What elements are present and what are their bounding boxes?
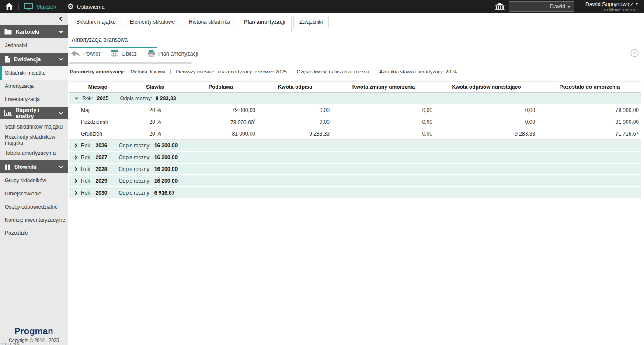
plan-amortyzacji-button-label: Plan amortyzacji: [158, 51, 198, 57]
tab-skladnik-majatku[interactable]: Składnik majątku: [70, 16, 122, 28]
tab-elementy-skladowe[interactable]: Elementy składowe: [124, 16, 181, 28]
document-icon: [4, 56, 10, 63]
cell-kwota-zmiany: 0,00: [332, 131, 435, 137]
sidebar-item-label: Jednostki: [5, 42, 27, 49]
rok-year: 2026: [96, 143, 108, 149]
toolbar-separator-bar: [69, 62, 192, 64]
odpis-roczny-value: 16 200,00: [154, 154, 178, 160]
year-group-row-2028[interactable]: Rok: 2028 Odpis roczny: 16 200,00: [69, 164, 641, 174]
printer-icon: [147, 50, 155, 57]
sidebar-item-grupy-skladnikow[interactable]: Grupy składników: [0, 174, 68, 187]
year-group-row-2026[interactable]: Rok: 2026 Odpis roczny: 16 200,00: [69, 140, 641, 151]
cell-kwota-narastajaco: 0,00: [435, 107, 538, 113]
user-menu[interactable]: Dawid Suprynowicz ▾ ID klienta: 1087017: [580, 1, 644, 12]
gear-icon: ⚙: [67, 3, 74, 10]
odpis-roczny-label: Odpis roczny:: [118, 154, 150, 160]
table-row-grudzien: Grudzień 20 % 81 000,00 9 283,33 0,00 9 …: [69, 128, 641, 140]
odpis-roczny-label: Odpis roczny:: [120, 95, 152, 101]
user-client-id: ID klienta: 1087017: [604, 8, 638, 12]
tab-plan-amortyzacji[interactable]: Plan amortyzacji: [238, 16, 292, 32]
back-arrow-icon: [71, 51, 80, 57]
sidebar-footer: Progman Copyright © 2014 - 2025 1.10.1.2…: [0, 326, 68, 345]
sidebar-item-label: Osoby odpowiedzialne: [5, 204, 58, 210]
rok-label: Rok:: [81, 190, 92, 196]
sidebar-item-komisje-inwentaryzacyjne[interactable]: Komisje inwentaryzacyjne: [0, 213, 68, 227]
cell-stawka: 20 %: [127, 131, 184, 137]
sidebar-section-slowniki[interactable]: Słowniki: [0, 160, 68, 173]
tab-strip: Składnik majątku Elementy składowe Histo…: [70, 16, 329, 32]
settings-button[interactable]: ⚙ Ustawienia: [62, 0, 110, 13]
sidebar-item-label: Pozostałe: [5, 230, 28, 236]
sidebar: Kartoteki Jednostki Ewidencja Składniki …: [0, 13, 68, 345]
year-group-row-2030[interactable]: Rok: 2030 Odpis roczny: 6 916,67: [69, 187, 641, 198]
module-majatek-label: Majątek: [36, 3, 56, 10]
sidebar-item-label: Umiejscowienie: [5, 191, 41, 197]
chevron-right-icon: [74, 155, 77, 160]
sidebar-item-amortyzacja[interactable]: Amortyzacja: [0, 80, 68, 93]
rok-label: Rok:: [81, 154, 92, 160]
table-header-row: Miesiąc Stawka Podstawa Kwota odpisu Kwo…: [69, 81, 641, 93]
back-button[interactable]: Powrót: [71, 51, 100, 57]
column-header-podstawa: Podstawa: [184, 84, 258, 90]
chevron-down-icon: [74, 97, 79, 100]
table-row-pazdziernik: Październik 20 % 79 000,00* 0,00 0,00 0,…: [69, 116, 641, 128]
sidebar-item-label: Komisje inwentaryzacyjne: [5, 217, 65, 223]
unit-select-dropdown[interactable]: Dawid ▾: [509, 1, 574, 12]
module-majatek-button[interactable]: Majątek: [19, 0, 62, 13]
odpis-roczny-label: Odpis roczny:: [118, 190, 150, 196]
parameter-frequency: Częstotliwość naliczania: roczna: [297, 69, 375, 74]
plan-amortyzacji-button[interactable]: Plan amortyzacji: [147, 50, 198, 57]
toolbar: Powrót Oblicz Plan amortyzacji: [71, 47, 198, 60]
main-content: Składnik majątku Elementy składowe Histo…: [68, 13, 644, 345]
history-clock-button[interactable]: [630, 49, 639, 59]
cell-stawka: 20 %: [127, 107, 184, 113]
odpis-roczny-label: Odpis roczny:: [118, 178, 150, 184]
sidebar-section-ewidencja[interactable]: Ewidencja: [0, 53, 68, 66]
column-header-stawka: Stawka: [127, 84, 184, 90]
sidebar-item-osoby-odpowiedzialne[interactable]: Osoby odpowiedzialne: [0, 200, 68, 213]
sidebar-item-rozchody-skladnikow[interactable]: Rozchody składników majątku: [0, 133, 68, 146]
sidebar-item-inwentaryzacja[interactable]: Inwentaryzacja: [0, 93, 68, 106]
year-group-row-2029[interactable]: Rok: 2029 Odpis roczny: 16 200,00: [69, 175, 641, 186]
cell-kwota-odpisu: 0,00: [258, 119, 332, 125]
cell-stawka: 20 %: [127, 119, 184, 125]
sidebar-item-jednostki[interactable]: Jednostki: [0, 39, 68, 52]
cell-pozostalo: 81 000,00: [538, 119, 641, 125]
bank-icon[interactable]: [495, 3, 505, 10]
year-group-row-2025[interactable]: Rok: 2025 Odpis roczny: 9 283,33: [69, 93, 641, 104]
sidebar-section-label: Raporty i analizy: [16, 107, 55, 119]
sidebar-item-skladniki-majatku[interactable]: Składniki majątku: [0, 66, 68, 80]
sidebar-item-label: Tabela amortyzacyjna: [5, 150, 56, 156]
column-header-kwota-odpisu: Kwota odpisu: [258, 84, 332, 90]
cell-month: Grudzień: [69, 131, 127, 137]
tab-historia-skladnika[interactable]: Historia składnika: [183, 16, 236, 28]
sidebar-section-label: Ewidencja: [14, 56, 55, 63]
tab-zalaczniki[interactable]: Załączniki: [293, 16, 329, 28]
sidebar-item-label: Stan składników majątku: [5, 124, 63, 130]
sidebar-item-label: Rozchody składników majątku: [5, 134, 68, 146]
cell-podstawa: 81 000,00: [184, 131, 258, 137]
sidebar-item-umiejscowienie[interactable]: Umiejscowienie: [0, 187, 68, 200]
calculate-button[interactable]: Oblicz: [111, 50, 137, 57]
sidebar-section-kartoteki[interactable]: Kartoteki: [0, 25, 68, 38]
settings-label: Ustawienia: [77, 3, 105, 10]
home-button[interactable]: [0, 0, 18, 13]
sidebar-item-stan-skladnikow[interactable]: Stan składników majątku: [0, 120, 68, 133]
sidebar-item-pozostale[interactable]: Pozostałe: [0, 227, 68, 240]
chevron-down-icon: [59, 30, 63, 33]
sidebar-collapse-button[interactable]: [59, 16, 63, 21]
odpis-roczny-label: Odpis roczny:: [118, 166, 150, 172]
cell-month: Maj: [69, 107, 127, 113]
user-name: Dawid Suprynowicz: [585, 1, 633, 7]
sidebar-item-label: Składniki majątku: [5, 70, 45, 76]
cell-month: Październik: [69, 119, 127, 125]
odpis-roczny-value: 16 200,00: [154, 166, 178, 172]
amortization-plan-table: Miesiąc Stawka Podstawa Kwota odpisu Kwo…: [69, 81, 641, 199]
sidebar-item-tabela-amortyzacyjna[interactable]: Tabela amortyzacyjna: [0, 146, 68, 160]
odpis-roczny-value: 9 283,33: [156, 95, 176, 101]
rok-label: Rok:: [81, 143, 92, 149]
subtab-amortyzacja-bilansowa[interactable]: Amortyzacja bilansowa: [69, 34, 157, 48]
sidebar-section-raporty[interactable]: Raporty i analizy: [0, 107, 68, 119]
cell-kwota-narastajaco: 0,00: [435, 119, 538, 125]
year-group-row-2027[interactable]: Rok: 2027 Odpis roczny: 16 200,00: [69, 152, 641, 163]
